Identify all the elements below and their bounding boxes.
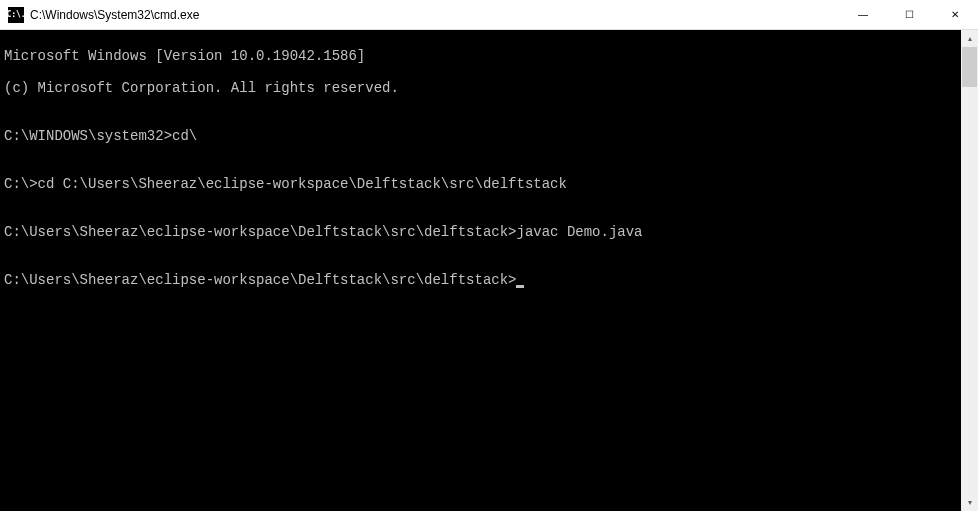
terminal-output[interactable]: Microsoft Windows [Version 10.0.19042.15… xyxy=(0,30,961,511)
cmd-icon: C:\. xyxy=(8,7,24,23)
close-button[interactable]: ✕ xyxy=(932,0,978,29)
scroll-up-arrow-icon[interactable]: ▴ xyxy=(961,30,978,47)
terminal-line: (c) Microsoft Corporation. All rights re… xyxy=(4,80,957,96)
terminal-line: C:\WINDOWS\system32>cd\ xyxy=(4,128,957,144)
window-controls: — ☐ ✕ xyxy=(840,0,978,29)
terminal-prompt-text: C:\Users\Sheeraz\eclipse-workspace\Delft… xyxy=(4,272,516,288)
terminal-line: C:\Users\Sheeraz\eclipse-workspace\Delft… xyxy=(4,224,957,240)
maximize-button[interactable]: ☐ xyxy=(886,0,932,29)
terminal-wrapper: Microsoft Windows [Version 10.0.19042.15… xyxy=(0,30,978,511)
terminal-line: Microsoft Windows [Version 10.0.19042.15… xyxy=(4,48,957,64)
window-titlebar: C:\. C:\Windows\System32\cmd.exe — ☐ ✕ xyxy=(0,0,978,30)
vertical-scrollbar[interactable]: ▴ ▾ xyxy=(961,30,978,511)
cursor-icon xyxy=(516,285,524,288)
scrollbar-thumb[interactable] xyxy=(962,47,977,87)
terminal-line: C:\>cd C:\Users\Sheeraz\eclipse-workspac… xyxy=(4,176,957,192)
minimize-button[interactable]: — xyxy=(840,0,886,29)
window-title: C:\Windows\System32\cmd.exe xyxy=(30,8,840,22)
scroll-down-arrow-icon[interactable]: ▾ xyxy=(961,494,978,511)
terminal-prompt-line: C:\Users\Sheeraz\eclipse-workspace\Delft… xyxy=(4,272,957,288)
